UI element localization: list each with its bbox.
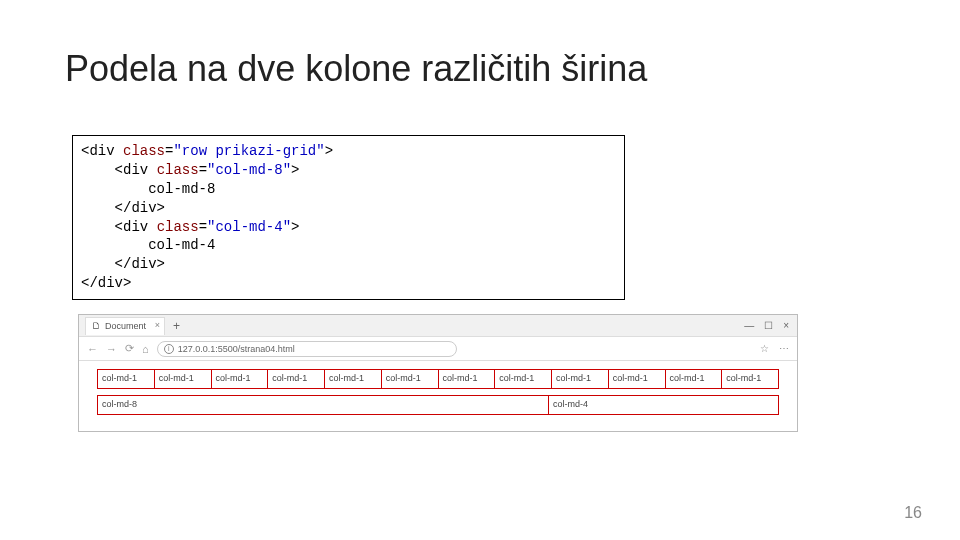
- browser-tab[interactable]: 🗋 Document ×: [85, 317, 165, 335]
- grid-cell: col-md-1: [665, 370, 722, 388]
- menu-icon[interactable]: ⋯: [779, 343, 789, 354]
- back-icon[interactable]: ←: [87, 343, 98, 355]
- page-number: 16: [904, 504, 922, 522]
- grid-cell: col-md-1: [608, 370, 665, 388]
- file-icon: 🗋: [92, 321, 101, 331]
- window-maximize-icon[interactable]: ☐: [764, 320, 773, 331]
- grid-cell: col-md-1: [494, 370, 551, 388]
- address-bar[interactable]: i 127.0.0.1:5500/strana04.html: [157, 341, 457, 357]
- window-minimize-icon[interactable]: —: [744, 320, 754, 331]
- code-line: <div class="row prikazi-grid">: [81, 143, 333, 159]
- code-line: </div>: [81, 256, 165, 272]
- grid-cell: col-md-1: [324, 370, 381, 388]
- grid-cell: col-md-1: [154, 370, 211, 388]
- grid-cell: col-md-1: [721, 370, 779, 388]
- browser-viewport: col-md-1 col-md-1 col-md-1 col-md-1 col-…: [79, 361, 797, 431]
- grid-cell: col-md-1: [551, 370, 608, 388]
- grid-cell: col-md-4: [548, 396, 779, 414]
- new-tab-button[interactable]: +: [173, 319, 180, 333]
- site-info-icon[interactable]: i: [164, 344, 174, 354]
- grid-row-8-4: col-md-8 col-md-4: [97, 395, 779, 415]
- grid-cell: col-md-1: [381, 370, 438, 388]
- tab-title: Document: [105, 321, 146, 331]
- slide-title: Podela na dve kolone različitih širina: [65, 48, 647, 90]
- code-line: col-md-4: [81, 237, 215, 253]
- grid-cell: col-md-1: [267, 370, 324, 388]
- url-text: 127.0.0.1:5500/strana04.html: [178, 344, 295, 354]
- browser-window: 🗋 Document × + — ☐ × ← → ⟳ ⌂ i 127.0.0.1…: [78, 314, 798, 432]
- code-line: col-md-8: [81, 181, 215, 197]
- code-line: <div class="col-md-8">: [81, 162, 299, 178]
- reload-icon[interactable]: ⟳: [125, 342, 134, 355]
- browser-tabstrip: 🗋 Document × + — ☐ ×: [79, 315, 797, 337]
- grid-cell: col-md-1: [211, 370, 268, 388]
- grid-cell: col-md-8: [97, 396, 548, 414]
- code-line: <div class="col-md-4">: [81, 219, 299, 235]
- bookmark-star-icon[interactable]: ☆: [760, 343, 769, 354]
- home-icon[interactable]: ⌂: [142, 343, 149, 355]
- code-line: </div>: [81, 275, 131, 291]
- code-snippet: <div class="row prikazi-grid"> <div clas…: [72, 135, 625, 300]
- window-close-icon[interactable]: ×: [783, 320, 789, 331]
- browser-toolbar: ← → ⟳ ⌂ i 127.0.0.1:5500/strana04.html ☆…: [79, 337, 797, 361]
- code-line: </div>: [81, 200, 165, 216]
- close-tab-icon[interactable]: ×: [155, 320, 160, 330]
- grid-cell: col-md-1: [97, 370, 154, 388]
- grid-cell: col-md-1: [438, 370, 495, 388]
- forward-icon[interactable]: →: [106, 343, 117, 355]
- grid-row-12: col-md-1 col-md-1 col-md-1 col-md-1 col-…: [97, 369, 779, 389]
